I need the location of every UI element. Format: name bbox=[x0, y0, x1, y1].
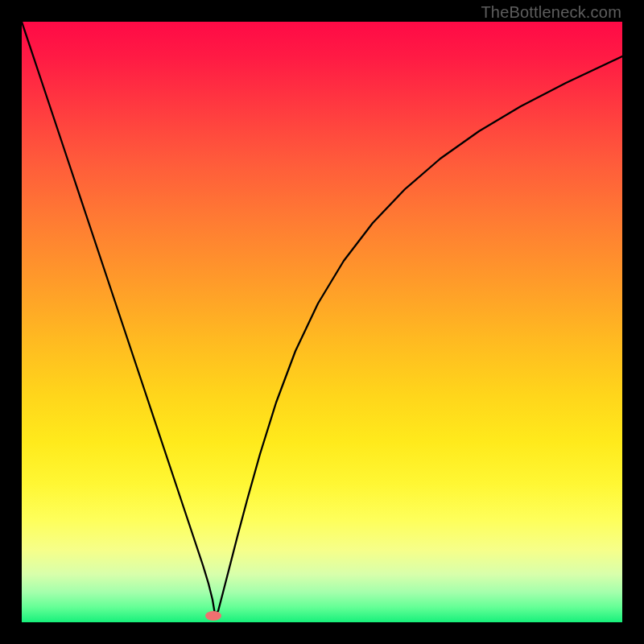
optimal-marker bbox=[205, 611, 221, 621]
watermark-text: TheBottleneck.com bbox=[481, 3, 621, 22]
bottleneck-curve bbox=[22, 22, 622, 614]
chart-svg bbox=[22, 22, 622, 622]
chart-plot-area bbox=[22, 22, 622, 622]
